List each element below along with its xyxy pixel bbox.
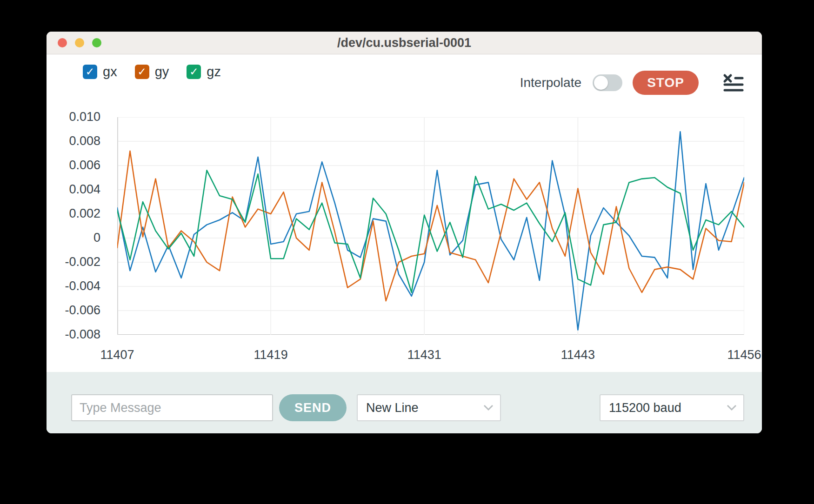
checkbox-icon: ✓ xyxy=(83,65,97,79)
chevron-down-icon xyxy=(483,405,494,411)
y-tick-label: 0.002 xyxy=(47,206,100,221)
x-tick-label: 11456 xyxy=(727,348,761,362)
y-tick-label: -0.006 xyxy=(47,303,100,318)
series-label: gz xyxy=(207,64,221,80)
series-label: gx xyxy=(103,64,117,80)
x-tick-label: 11407 xyxy=(100,348,134,362)
send-button[interactable]: SEND xyxy=(279,394,347,421)
message-input[interactable] xyxy=(71,394,273,421)
series-label: gy xyxy=(155,64,169,80)
interpolate-label: Interpolate xyxy=(520,75,581,90)
y-tick-label: 0.010 xyxy=(47,110,100,124)
title-bar: /dev/cu.usbserial-0001 xyxy=(47,32,762,54)
line-ending-value: New Line xyxy=(366,401,419,415)
clear-list-icon[interactable] xyxy=(723,73,744,93)
x-tick-label: 11443 xyxy=(561,348,595,362)
x-tick-label: 11431 xyxy=(407,348,441,362)
toggle-knob xyxy=(594,76,608,90)
x-tick-label: 11419 xyxy=(254,348,288,362)
zoom-button[interactable] xyxy=(92,38,101,47)
series-checkbox-gy[interactable]: ✓gy xyxy=(135,64,169,80)
y-tick-label: -0.008 xyxy=(47,327,100,342)
checkbox-icon: ✓ xyxy=(187,65,201,79)
interpolate-toggle[interactable] xyxy=(593,74,622,91)
traffic-lights xyxy=(58,32,101,54)
y-tick-label: 0 xyxy=(47,231,100,245)
y-tick-label: 0.004 xyxy=(47,182,100,197)
app-window: /dev/cu.usbserial-0001 ✓gx✓gy✓gz Interpo… xyxy=(47,32,762,433)
window-title: /dev/cu.usbserial-0001 xyxy=(337,36,471,50)
bottom-bar: SEND New Line 115200 baud xyxy=(47,372,762,433)
minimize-button[interactable] xyxy=(75,38,84,47)
series-toggles: ✓gx✓gy✓gz xyxy=(83,64,221,80)
stop-button[interactable]: STOP xyxy=(633,71,699,95)
chevron-down-icon xyxy=(727,405,737,411)
series-checkbox-gz[interactable]: ✓gz xyxy=(187,64,221,80)
series-line-gy xyxy=(117,151,744,301)
line-chart xyxy=(117,117,744,335)
y-tick-label: 0.008 xyxy=(47,134,100,148)
y-tick-label: -0.002 xyxy=(47,255,100,269)
toolbar-right: Interpolate STOP xyxy=(520,71,744,95)
checkbox-icon: ✓ xyxy=(135,65,149,79)
baud-rate-value: 115200 baud xyxy=(609,401,681,415)
baud-rate-select[interactable]: 115200 baud xyxy=(600,394,744,421)
line-ending-select[interactable]: New Line xyxy=(357,394,501,421)
close-button[interactable] xyxy=(58,38,67,47)
series-checkbox-gx[interactable]: ✓gx xyxy=(83,64,117,80)
y-tick-label: -0.004 xyxy=(47,279,100,293)
x-axis-labels: 1140711419114311144311456 xyxy=(47,348,762,364)
y-tick-label: 0.006 xyxy=(47,158,100,172)
